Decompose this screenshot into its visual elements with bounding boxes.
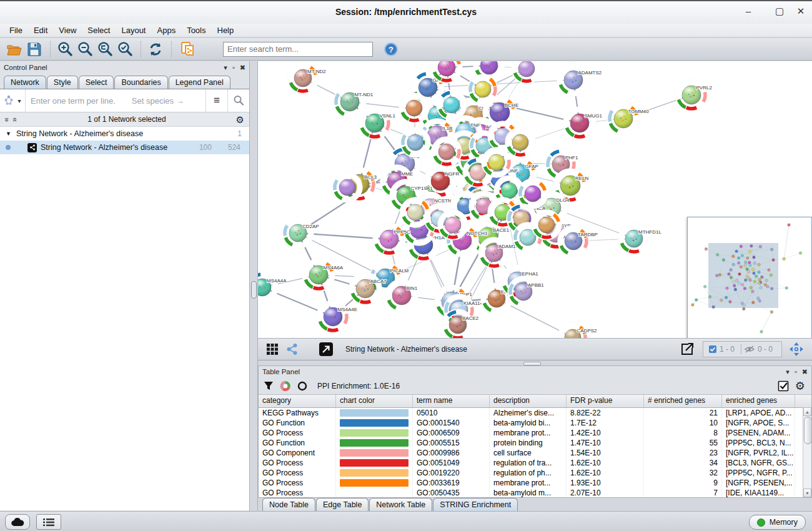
protein-node-mthfd1l[interactable]: MTHFD1L <box>618 223 661 254</box>
panel-close-icon[interactable]: ✖ <box>802 369 808 375</box>
table-row[interactable]: GO ProcessGO:0033619membrane prot...1.93… <box>259 478 811 488</box>
menu-tools[interactable]: Tools <box>181 24 211 37</box>
zoom-out-icon[interactable] <box>76 41 94 58</box>
protein-node-ms4a4e[interactable]: MS4A4E <box>317 300 357 333</box>
filter-icon[interactable] <box>264 381 274 391</box>
save-session-icon[interactable] <box>25 41 44 58</box>
table-scrollbar[interactable]: ▲ ▼ <box>803 407 811 497</box>
tab-node-table[interactable]: Node Table <box>262 498 315 511</box>
column-header-category[interactable]: category <box>259 395 336 407</box>
protein-node[interactable] <box>482 147 512 177</box>
string-protein-query-dropdown[interactable]: ▾ <box>0 89 26 112</box>
refresh-icon[interactable] <box>146 41 165 58</box>
table-row[interactable]: GO ProcessGO:0050435beta-amyloid m...2.0… <box>259 488 811 497</box>
panel-split-divider[interactable] <box>250 61 258 511</box>
birds-eye-view[interactable] <box>687 217 812 338</box>
protein-node[interactable] <box>532 210 562 240</box>
protein-node[interactable] <box>505 127 535 157</box>
reset-charts-icon[interactable] <box>297 381 307 391</box>
memory-button[interactable]: Memory <box>749 515 806 530</box>
export-network-icon[interactable] <box>678 340 696 358</box>
column-header-chart-color[interactable]: chart color <box>336 395 413 407</box>
table-row[interactable]: GO ProcessGO:0006509membrane prot...1.42… <box>259 428 811 438</box>
protein-node-tomm40[interactable]: TOMM40 <box>607 102 649 135</box>
protein-node[interactable] <box>512 61 542 84</box>
protein-node-ms4a4a[interactable]: MS4A4A <box>258 272 287 303</box>
network-canvas[interactable]: MT-ND2MT-ND1VSNL1GAB2IRS1CHATBCHEACHETNF… <box>258 61 812 338</box>
protein-node-bin1[interactable]: BIN1 <box>385 279 418 312</box>
expand-all-icon[interactable]: « <box>11 117 19 121</box>
protein-node[interactable] <box>432 137 462 167</box>
zoom-fit-icon[interactable] <box>96 41 114 58</box>
birds-eye-toggle-icon[interactable] <box>787 340 806 358</box>
tab-network[interactable]: Network <box>4 76 46 89</box>
menu-view[interactable]: View <box>53 24 82 37</box>
close-button[interactable]: ✕ <box>793 6 808 17</box>
table-settings-gear-icon[interactable]: ⚙ <box>795 380 805 392</box>
tab-boundaries[interactable]: Boundaries <box>114 76 167 89</box>
column-header-FDR-p-value[interactable]: FDR p-value <box>567 395 644 407</box>
zoom-selected-icon[interactable] <box>116 41 134 58</box>
protein-node-pvrl2[interactable]: PVRL2 <box>675 79 712 111</box>
protein-node-smug1[interactable]: SMUG1 <box>563 107 603 139</box>
menu-edit[interactable]: Edit <box>28 24 53 37</box>
protein-node-adamts2[interactable]: ADAMTS2 <box>557 64 602 96</box>
protein-node[interactable] <box>399 93 429 123</box>
table-row[interactable]: GO FunctionGO:0005515protein binding1.47… <box>259 438 811 448</box>
protein-node[interactable] <box>400 127 430 157</box>
tab-edge-table[interactable]: Edge Table <box>316 498 369 511</box>
column-header-enriched-genes[interactable]: enriched genes <box>722 395 795 407</box>
query-options-button[interactable]: ≡ <box>205 89 227 112</box>
protein-node-cadps2[interactable]: CADPS2 <box>558 322 597 338</box>
menu-help[interactable]: Help <box>212 24 240 37</box>
scroll-up-icon[interactable]: ▲ <box>803 407 811 416</box>
column-header--enriched-genes[interactable]: # enriched genes <box>644 395 722 407</box>
protein-node-mt-nd2[interactable]: MT-ND2 <box>287 62 326 94</box>
tab-string-enrichment[interactable]: STRING Enrichment <box>433 498 518 511</box>
protein-node-vsnl1[interactable]: VSNL1 <box>359 107 395 139</box>
scroll-down-icon[interactable]: ▼ <box>803 489 811 497</box>
menu-apps[interactable]: Apps <box>152 24 182 37</box>
network-options-gear-icon[interactable]: ⚙ <box>236 115 244 124</box>
help-icon[interactable]: ? <box>382 41 400 58</box>
table-row[interactable]: GO FunctionGO:0001540beta-amyloid bi...1… <box>259 418 811 428</box>
panel-float-icon[interactable]: ▫ <box>795 369 797 375</box>
menu-file[interactable]: File <box>4 24 28 37</box>
horizontal-split-divider[interactable] <box>258 360 812 365</box>
protein-node[interactable] <box>437 90 467 120</box>
table-row[interactable]: KEGG Pathways05010Alzheimer's dise...8.8… <box>259 408 811 418</box>
column-header-description[interactable]: description <box>490 395 567 407</box>
maximize-button[interactable]: ▢ <box>772 6 787 17</box>
protein-node[interactable] <box>438 210 468 240</box>
panel-collapse-icon[interactable]: ▾ <box>224 64 227 71</box>
scrollbar-thumb[interactable] <box>804 417 811 444</box>
menu-select[interactable]: Select <box>82 24 116 37</box>
table-row[interactable]: GO ProcessGO:0051049regulation of tra...… <box>259 458 811 468</box>
divider-grip[interactable] <box>251 281 257 299</box>
protein-node[interactable] <box>332 172 362 202</box>
grid-view-icon[interactable] <box>263 340 282 358</box>
network-row[interactable]: String Network - Alzheimer's disease 100… <box>0 141 249 154</box>
search-input[interactable] <box>223 42 373 57</box>
protein-node-ms4a6a[interactable]: MS4A6A <box>302 259 344 291</box>
zoom-in-icon[interactable] <box>56 41 74 58</box>
species-hint[interactable]: Set species → <box>132 96 205 106</box>
panel-collapse-icon[interactable]: ▾ <box>786 369 790 375</box>
select-columns-icon[interactable] <box>778 380 789 392</box>
open-session-icon[interactable] <box>5 41 24 58</box>
tab-legend-panel[interactable]: Legend Panel <box>169 76 230 89</box>
chart-settings-icon[interactable] <box>280 380 291 392</box>
tab-network-table[interactable]: Network Table <box>369 498 432 511</box>
protein-node[interactable] <box>468 74 498 104</box>
open-in-browser-icon[interactable] <box>317 340 335 358</box>
cloud-button[interactable] <box>5 514 30 530</box>
panel-close-icon[interactable]: ✖ <box>240 64 245 71</box>
menu-layout[interactable]: Layout <box>116 24 151 37</box>
tab-select[interactable]: Select <box>79 76 114 89</box>
network-from-clipboard-icon[interactable] <box>177 41 199 58</box>
task-list-button[interactable] <box>36 514 61 530</box>
panel-float-icon[interactable]: ▫ <box>232 64 235 71</box>
minimize-button[interactable]: – <box>741 6 756 16</box>
query-input[interactable]: Enter one term per line. <box>26 96 116 106</box>
share-network-icon[interactable] <box>283 340 302 358</box>
